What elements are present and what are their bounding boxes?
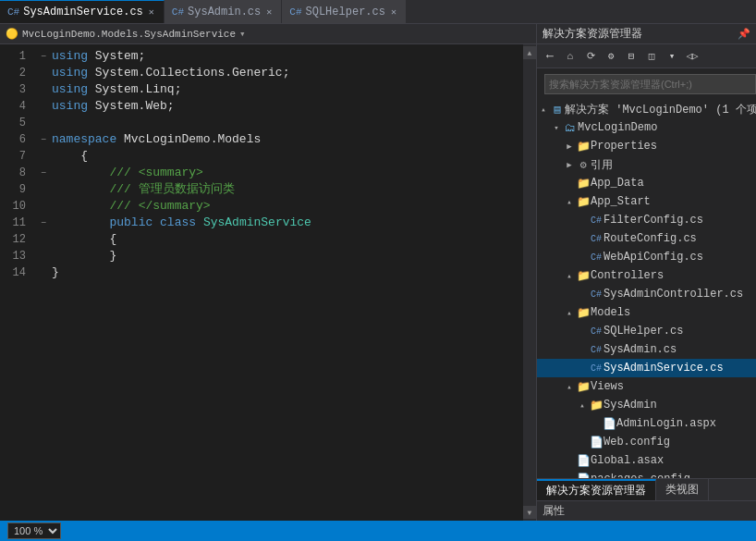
tree-item-adminlogin[interactable]: 📄AdminLogin.aspx: [537, 414, 756, 433]
code-line-2: using System.Collections.Generic;: [41, 65, 523, 81]
tree-item-global[interactable]: 📄Global.asax: [537, 451, 756, 470]
properties-panel: 属性: [537, 500, 756, 521]
tree-arrow-models[interactable]: ▴: [563, 308, 576, 318]
scroll-down-btn[interactable]: ▼: [523, 506, 536, 519]
tree-item-packages[interactable]: 📄packages.config: [537, 470, 756, 478]
tree-arrow-references[interactable]: ▶: [563, 160, 576, 170]
tree-icon-sqlhelper_tree: C#: [589, 326, 604, 337]
collapse-icon[interactable]: −: [41, 166, 52, 182]
tree-icon-sysadminservice_tree: C#: [589, 363, 604, 374]
tree-item-sysadminservice_tree[interactable]: C#SysAdminService.cs: [537, 359, 756, 377]
tree-item-models[interactable]: ▴📁Models: [537, 303, 756, 322]
code-line-10: /// </summary>: [41, 198, 523, 215]
show-all-btn[interactable]: ◫: [642, 47, 661, 66]
main-area: 🟡 MvcLoginDemo.Models.SysAdminService ▾ …: [0, 24, 756, 521]
tree-icon-sysadminctrl: C#: [589, 289, 604, 300]
tree-arrow-project[interactable]: ▾: [550, 123, 563, 133]
tree-arrow-solution[interactable]: ▴: [537, 105, 550, 115]
collapse-icon[interactable]: −: [41, 49, 52, 66]
tree-icon-models: 📁: [576, 306, 591, 320]
tree-label-adminlogin: AdminLogin.aspx: [616, 417, 716, 430]
back-btn[interactable]: ⟵: [541, 47, 559, 66]
tree-arrow-views[interactable]: ▴: [563, 382, 576, 392]
cs-icon: C#: [172, 6, 184, 18]
bottom-tab-类视图[interactable]: 类视图: [656, 479, 709, 500]
tree-label-models: Models: [591, 306, 630, 319]
tab-label: SysAdmin.cs: [188, 6, 261, 18]
code-line-5: [41, 115, 523, 131]
bottom-tab-解决方案资源管理器[interactable]: 解决方案资源管理器: [537, 479, 656, 500]
tab-sysadminservice[interactable]: C# SysAdminService.cs ✕: [0, 0, 165, 23]
tab-close-btn[interactable]: ✕: [389, 6, 398, 18]
code-line-12: {: [41, 231, 523, 248]
tree-label-app_start: App_Start: [591, 195, 651, 208]
tree-item-project[interactable]: ▾🗂MvcLoginDemo: [537, 118, 756, 137]
refresh-btn[interactable]: ⟳: [581, 47, 600, 66]
tree-label-filterconfig: FilterConfig.cs: [604, 214, 703, 227]
code-line-6: −namespace MvcLoginDemo.Models: [41, 131, 523, 148]
editor-scrollbar[interactable]: ▲ ▼: [523, 44, 536, 521]
panel-toolbar: ⟵ ⌂ ⟳ ⚙ ⊟ ◫ ▾ ◁▷: [537, 44, 756, 68]
tree-arrow-app_start[interactable]: ▴: [563, 197, 576, 207]
tree-icon-adminlogin: 📄: [602, 417, 616, 431]
tree-arrow-properties[interactable]: ▶: [563, 141, 576, 152]
settings-btn[interactable]: ⚙: [602, 47, 620, 66]
pin-icon[interactable]: 📌: [738, 28, 750, 40]
code-line-13: }: [41, 248, 523, 264]
tree-icon-sysadmin_tree: C#: [589, 345, 604, 355]
tree-icon-global: 📄: [576, 454, 591, 468]
tree-item-references[interactable]: ▶⚙引用: [537, 155, 756, 174]
properties-label: 属性: [543, 503, 565, 519]
tree-item-properties[interactable]: ▶📁Properties: [537, 137, 756, 155]
line-numbers: 1234567891011121314: [0, 44, 33, 521]
search-input[interactable]: [544, 74, 756, 94]
tree-arrow-sysadmin_view[interactable]: ▴: [576, 400, 589, 411]
tree-item-filterconfig[interactable]: C#FilterConfig.cs: [537, 211, 756, 229]
tab-sysadmin[interactable]: C# SysAdmin.cs ✕: [165, 0, 282, 23]
editor-content: 1234567891011121314 −using System;using …: [0, 44, 536, 521]
zoom-select[interactable]: 100 % 75 % 150 %: [7, 523, 61, 539]
tree-arrow-controllers[interactable]: ▴: [563, 271, 576, 281]
tree-icon-app_data: 📁: [576, 177, 591, 191]
nav-btn[interactable]: ◁▷: [683, 47, 701, 66]
tree-item-controllers[interactable]: ▴📁Controllers: [537, 266, 756, 285]
tree-item-app_data[interactable]: 📁App_Data: [537, 174, 756, 192]
tree-item-webapiconfig[interactable]: C#WebApiConfig.cs: [537, 248, 756, 266]
scroll-up-btn[interactable]: ▲: [523, 46, 536, 59]
code-line-14: }: [41, 264, 523, 281]
tree-item-sysadminctrl[interactable]: C#SysAdminController.cs: [537, 285, 756, 303]
filter-btn[interactable]: ▾: [663, 47, 681, 66]
path-dropdown-arrow[interactable]: ▾: [239, 28, 246, 40]
collapse-all-btn[interactable]: ⊟: [622, 47, 640, 66]
code-line-4: using System.Web;: [41, 98, 523, 115]
collapse-icon[interactable]: −: [41, 215, 52, 232]
tree-item-app_start[interactable]: ▴📁App_Start: [537, 192, 756, 211]
code-line-3: using System.Linq;: [41, 81, 523, 98]
tree-item-sysadmin_tree[interactable]: C#SysAdmin.cs: [537, 340, 756, 359]
tab-sqlhelper[interactable]: C# SQLHelper.cs ✕: [282, 0, 407, 23]
tree-item-web_config_views[interactable]: 📄Web.config: [537, 433, 756, 451]
bottom-tabs: 解决方案资源管理器类视图: [537, 478, 756, 500]
tree-item-routeconfig[interactable]: C#RouteConfig.cs: [537, 229, 756, 248]
tree-label-sqlhelper_tree: SQLHelper.cs: [604, 325, 683, 338]
tab-close-btn[interactable]: ✕: [147, 6, 156, 18]
tab-close-btn[interactable]: ✕: [264, 6, 274, 18]
tree-label-views: Views: [591, 380, 624, 393]
search-wrapper: [537, 68, 756, 100]
tree-item-sqlhelper_tree[interactable]: C#SQLHelper.cs: [537, 322, 756, 340]
tree-label-sysadminctrl: SysAdminController.cs: [604, 288, 743, 301]
tree-item-views[interactable]: ▴📁Views: [537, 377, 756, 396]
tree-item-sysadmin_view[interactable]: ▴📁SysAdmin: [537, 396, 756, 414]
path-text: MvcLoginDemo.Models.SysAdminService: [22, 29, 236, 40]
tree-icon-filterconfig: C#: [589, 215, 604, 226]
tree-label-web_config_views: Web.config: [604, 436, 670, 449]
tree-label-controllers: Controllers: [591, 269, 664, 282]
tab-label: SQLHelper.cs: [306, 6, 385, 18]
tree-icon-sysadmin_view: 📁: [589, 399, 604, 412]
home-btn[interactable]: ⌂: [561, 47, 579, 66]
collapse-icon[interactable]: −: [41, 132, 52, 149]
tree-item-solution[interactable]: ▴▤解决方案 'MvcLoginDemo' (1 个项: [537, 100, 756, 118]
code-line-8: − /// <summary>: [41, 165, 523, 181]
code-area[interactable]: −using System;using System.Collections.G…: [33, 44, 523, 521]
tree-icon-webapiconfig: C#: [589, 252, 604, 263]
